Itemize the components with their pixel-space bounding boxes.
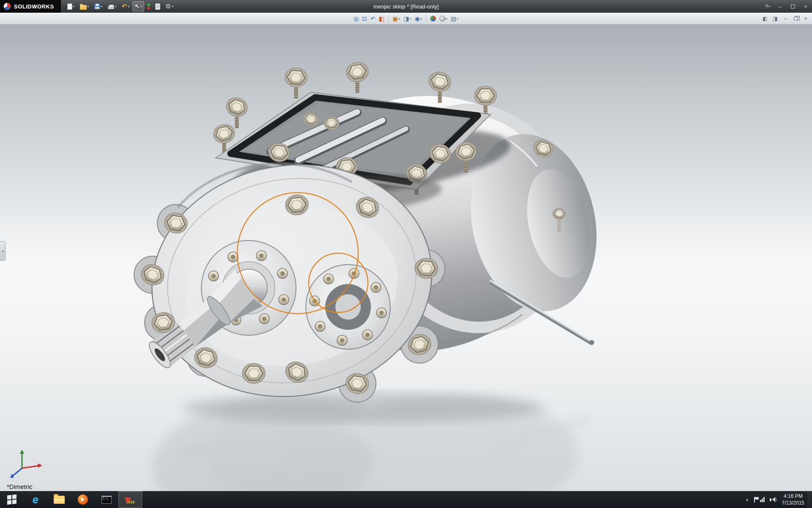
new-document-icon [67,3,72,10]
undo-arrow-icon: ↶ [122,3,127,10]
rebuild-button[interactable] [145,1,152,11]
chevron-down-icon[interactable]: ▾ [115,5,117,8]
toolbar-separator [388,15,389,22]
chevron-down-icon[interactable]: ▾ [172,5,173,8]
chevron-down-icon[interactable]: ▾ [409,17,411,21]
taskbar-media-player[interactable] [71,491,95,508]
undo-button[interactable]: ↶ ▾ [120,1,132,11]
flyout-arrow-icon: ◄ [1,250,4,253]
gear-icon: ⚙ [165,3,171,10]
solidworks-app-icon: 2015 [124,494,137,505]
hide-show-items-button[interactable]: ◉ ▾ [413,14,423,23]
graphics-area[interactable]: *Dimetric ◄ [0,25,812,491]
maximize-button[interactable] [787,0,799,13]
close-icon: × [804,3,807,10]
taskbar-command-prompt[interactable]: C:\ [95,491,118,508]
options-button[interactable]: ⚙ ▾ [163,1,176,11]
help-button[interactable]: ? ▾ [761,0,774,13]
minimize-button[interactable]: – [774,0,787,13]
file-properties-icon [155,3,160,10]
gearbox-assembly[interactable] [134,61,612,417]
hide-show-items-icon: ◉ [414,16,420,22]
heads-up-view-bar: ◎ ⊡ ↶ ◧ ▣ ▾ ◨ ▾ ◉ ▾ [0,13,812,25]
brand-text: SOLIDWORKS [14,3,54,10]
display-style-icon: ◨ [403,16,409,22]
scene-ball-icon [439,16,445,22]
media-player-icon [78,494,88,505]
select-cursor-icon: ↖ [134,3,140,9]
view-settings-icon: ▤ [451,16,456,22]
document-minimize-button[interactable]: – [782,15,789,22]
zoom-to-area-button[interactable]: ⊡ [361,14,368,23]
window-controls: ? ▾ – × [761,0,812,13]
new-document-button[interactable]: ▾ [65,1,77,11]
apply-scene-button[interactable]: ▾ [438,14,449,23]
toolbar-separator [426,15,426,22]
standard-toolbar: ▾ ▾ ▾ ▾ ↶ ▾ ↖ ▾ [65,1,176,11]
chevron-down-icon[interactable]: ▾ [420,17,422,21]
featuremanager-flyout-tab[interactable]: ◄ [0,241,5,261]
network-icon[interactable] [760,497,765,502]
document-window-controls: ◧ ◨ – × [761,13,809,25]
chevron-down-icon[interactable]: ▾ [446,17,447,21]
pane-split-left-button[interactable]: ◧ [761,15,769,22]
gearbox-3d-model[interactable] [0,25,812,491]
save-button[interactable]: ▾ [92,1,105,11]
windows-taskbar: e C:\ 2015 ∧ ) [0,491,812,508]
action-center-flag-icon[interactable] [754,497,755,502]
open-document-button[interactable]: ▾ [78,1,91,11]
title-bar: SOLIDWORKS ▾ ▾ ▾ ▾ ↶ ▾ [0,0,812,13]
taskbar-internet-explorer[interactable]: e [24,491,47,508]
taskbar-file-explorer[interactable] [47,491,71,508]
system-tray: ∧ ) 4:16 PM 7/13/2015 [746,491,808,508]
close-button[interactable]: × [799,0,812,13]
chevron-down-icon[interactable]: ▾ [140,5,142,8]
play-triangle-icon [81,497,87,502]
zoom-to-fit-button[interactable]: ◎ [352,14,360,23]
display-style-button[interactable]: ◨ ▾ [402,14,412,23]
pane-split-right-button[interactable]: ◨ [771,15,779,22]
view-orientation-label: *Dimetric [7,483,33,490]
chevron-down-icon[interactable]: ▾ [73,5,75,8]
command-prompt-icon: C:\ [102,496,112,504]
output-boss [306,265,390,349]
clock-time: 4:16 PM [784,493,803,500]
chevron-down-icon[interactable]: ▾ [101,5,103,8]
restore-icon [794,17,798,20]
chevron-down-icon[interactable]: ▾ [457,17,458,21]
heads-up-toolbar: ◎ ⊡ ↶ ◧ ▣ ▾ ◨ ▾ ◉ ▾ [352,13,460,25]
show-hidden-icons-button[interactable]: ∧ [746,497,749,502]
select-tool-button[interactable]: ↖ ▾ [132,1,144,11]
print-button[interactable]: ▾ [106,1,119,11]
edit-appearance-button[interactable] [429,14,437,23]
document-restore-button[interactable] [792,15,799,22]
view-orientation-button[interactable]: ▣ ▾ [391,14,401,23]
taskbar-clock[interactable]: 4:16 PM 7/13/2015 [782,493,804,506]
save-floppy-icon [94,3,100,9]
start-button[interactable] [0,491,24,508]
zoom-to-fit-icon: ◎ [354,16,359,22]
document-close-button[interactable]: × [802,15,809,22]
view-orientation-cube-icon: ▣ [392,16,398,22]
chevron-down-icon[interactable]: ▾ [88,5,89,8]
section-view-button[interactable]: ◧ [378,14,386,23]
dassault-swirl-icon [3,3,11,10]
internet-explorer-icon: e [33,494,38,506]
clock-date: 7/13/2015 [782,500,804,506]
previous-view-button[interactable]: ↶ [369,14,377,23]
chevron-down-icon: ▾ [768,5,770,8]
section-view-icon: ◧ [379,16,384,22]
chevron-down-icon[interactable]: ▾ [128,5,129,8]
window-title: menjac sklop * [Read-only] [373,3,439,10]
maximize-icon [791,5,795,8]
file-properties-button[interactable] [153,1,162,11]
orientation-triad [8,444,46,480]
printer-icon [108,6,114,9]
show-desktop-button[interactable] [808,491,812,508]
view-settings-button[interactable]: ▤ ▾ [450,14,460,23]
volume-icon[interactable]: ) [770,497,777,502]
rebuild-traffic-light-icon [147,3,150,6]
taskbar-solidworks-2015[interactable]: 2015 [118,491,142,508]
appearance-ball-icon [430,16,436,22]
chevron-down-icon[interactable]: ▾ [398,17,400,21]
